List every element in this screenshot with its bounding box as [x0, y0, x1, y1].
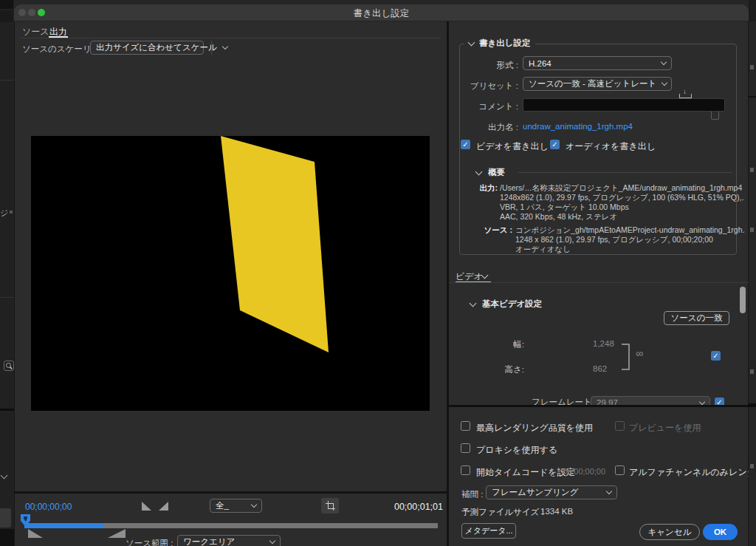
- start-timecode-value[interactable]: 00;00;00;00: [563, 467, 605, 476]
- scrollbar-thumb[interactable]: [740, 287, 746, 313]
- summary-output-line: VBR, 1 パス, ターゲット 10.00 Mbps: [500, 202, 745, 213]
- summary-source-line: オーディオなし: [515, 245, 745, 255]
- preview-shape: [31, 136, 430, 411]
- interpolation-label: 補間 :: [461, 489, 483, 500]
- video-preview[interactable]: [31, 136, 430, 411]
- divider: [749, 403, 756, 407]
- panel-divider-horizontal: [14, 491, 447, 494]
- constrain-proportions-checkbox[interactable]: ✓: [711, 351, 721, 361]
- link-dimensions-icon[interactable]: ∞: [636, 347, 643, 359]
- background-icon-fragment: [10, 211, 13, 214]
- background-text-fragment: [750, 65, 754, 69]
- link-bracket: [622, 344, 628, 345]
- background-panel-block: [0, 529, 14, 546]
- height-label: 高さ:: [472, 364, 524, 375]
- preset-value: ソースの一致 - 高速ビットレート: [529, 78, 656, 89]
- summary-output-label: 出力:: [443, 183, 498, 194]
- background-app-left-panel: [0, 0, 14, 546]
- chevron-down-icon: [468, 38, 475, 46]
- frame-rate-label: フレームレート:: [532, 397, 594, 405]
- divider: [449, 282, 749, 283]
- output-name-label: 出力名 :: [443, 122, 518, 133]
- clipped-checkbox[interactable]: ✓: [715, 397, 724, 405]
- export-settings-section-header[interactable]: 書き出し設定: [464, 38, 535, 49]
- link-bracket: [628, 344, 630, 370]
- timeline-track[interactable]: [103, 523, 438, 528]
- screen: ジ 書き出し設定 ソース 出力 ソースのスケーリング : 出力サイズに合わせてス…: [0, 0, 756, 546]
- tab-source[interactable]: ソース: [22, 26, 49, 38]
- format-dropdown[interactable]: H.264: [523, 56, 672, 70]
- metadata-button[interactable]: メタデータ...: [461, 523, 516, 539]
- background-text-fragment: [750, 228, 754, 232]
- interpolation-value: フレームサンプリング: [492, 487, 578, 498]
- frame-rate-dropdown[interactable]: 29.97: [591, 396, 710, 405]
- width-label: 幅:: [472, 339, 524, 350]
- chevron-down-icon: [606, 488, 612, 494]
- divider: [749, 96, 756, 98]
- ok-button[interactable]: OK: [703, 524, 738, 540]
- max-render-quality-label: 最高レンダリング品質を使用: [476, 422, 593, 434]
- clipped-settings-row: フレームレート: 29.97 ✓: [449, 392, 744, 405]
- crop-button[interactable]: [321, 498, 339, 513]
- interpolation-dropdown[interactable]: フレームサンプリング: [486, 485, 617, 499]
- render-alpha-only-checkbox[interactable]: [615, 465, 625, 475]
- use-proxies-label: プロキシを使用する: [476, 444, 557, 457]
- divider: [0, 80, 14, 81]
- frame-rate-value: 29.97: [597, 398, 618, 405]
- divider: [518, 172, 732, 173]
- preset-dropdown[interactable]: ソースの一致 - 高速ビットレート: [523, 77, 672, 91]
- range-value: 全_: [216, 500, 229, 511]
- basic-video-section-title: 基本ビデオ設定: [482, 298, 542, 310]
- current-timecode[interactable]: 00;00;00;00: [25, 502, 72, 512]
- source-scaling-dropdown[interactable]: 出力サイズに合わせてスケール: [90, 41, 204, 55]
- width-value[interactable]: 1,248: [593, 339, 614, 348]
- source-range-dropdown[interactable]: ワークエリア: [177, 535, 281, 546]
- use-previews-label: プレビューを使用: [629, 422, 701, 434]
- match-source-button[interactable]: ソースの一致: [664, 311, 729, 325]
- range-dropdown[interactable]: 全_: [210, 499, 262, 513]
- render-alpha-only-label: アルファチャンネルのみレンダリン: [629, 466, 749, 479]
- dialog-title: 書き出し設定: [14, 7, 749, 20]
- search-icon[interactable]: [4, 361, 14, 371]
- output-name-link[interactable]: undraw_animating_1rgh.mp4: [523, 122, 633, 131]
- summary-section-title: 概要: [488, 167, 505, 178]
- divider: [0, 297, 14, 298]
- export-audio-checkbox[interactable]: ✓: [550, 140, 560, 149]
- export-video-checkbox[interactable]: ✓: [461, 140, 470, 149]
- timeline-work-area[interactable]: [24, 523, 103, 528]
- use-proxies-checkbox[interactable]: [461, 443, 470, 453]
- use-previews-checkbox[interactable]: [615, 421, 625, 431]
- summary-output-line: /Users/…名称未設定プロジェクト_AME/undraw_animating…: [500, 183, 745, 194]
- format-label: 形式 :: [443, 60, 518, 71]
- section-title: 書き出し設定: [479, 38, 531, 49]
- height-value[interactable]: 862: [593, 364, 607, 373]
- divider: [211, 41, 212, 55]
- comment-input[interactable]: [523, 98, 725, 112]
- summary-output-line: AAC, 320 Kbps, 48 kHz, ステレオ: [500, 212, 745, 222]
- source-range-value: ワークエリア: [183, 536, 235, 546]
- background-panel-block: [0, 10, 13, 22]
- background-panel-block: [0, 0, 13, 9]
- cancel-button[interactable]: キャンセル: [639, 524, 700, 540]
- duration-timecode: 00;00;01;01: [369, 502, 443, 512]
- comment-label: コメント :: [443, 101, 518, 112]
- max-render-quality-checkbox[interactable]: [461, 421, 470, 431]
- link-bracket: [622, 369, 628, 370]
- format-value: H.264: [529, 59, 551, 68]
- background-panel-block: [749, 0, 756, 21]
- save-preset-icon[interactable]: ↓: [679, 88, 690, 98]
- chevron-down-icon: [269, 538, 275, 544]
- background-text-fragment: ジ: [0, 208, 10, 218]
- summary-source-line: 1248 x 862 (1.0), 29.97 fps, プログレッシブ, 00…: [515, 235, 745, 245]
- background-text-fragment: [750, 369, 754, 374]
- delete-preset-icon[interactable]: [711, 111, 719, 120]
- source-range-label: ソース範囲 :: [126, 538, 173, 546]
- summary-source-label: ソース :: [443, 225, 512, 236]
- panel-divider-horizontal: [449, 405, 749, 407]
- background-text-fragment: [750, 168, 754, 172]
- summary-output-line: 1248x862 (1.0), 29.97 fps, プログレッシブ, 100 …: [500, 193, 745, 203]
- export-audio-label: オーディオを書き出し: [566, 140, 656, 153]
- estimated-size-label: 予測ファイルサイズ :: [461, 507, 544, 518]
- divider: [21, 38, 441, 38]
- set-start-timecode-checkbox[interactable]: [461, 465, 470, 475]
